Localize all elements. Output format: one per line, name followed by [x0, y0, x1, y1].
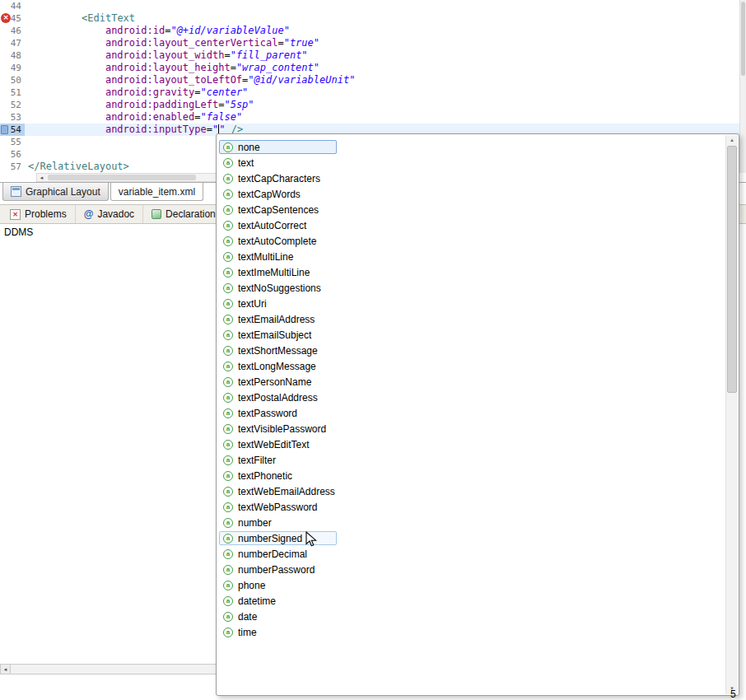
line-number-49[interactable]: 49 [0, 62, 25, 74]
view-tab-label: Declaration [166, 208, 216, 220]
completion-item-textVisiblePassword[interactable]: atextVisiblePassword [219, 421, 725, 436]
line-number-55[interactable]: 55 [0, 136, 25, 148]
line-number-label: 46 [11, 26, 21, 36]
completion-item-datetime[interactable]: adatetime [219, 593, 725, 609]
code-text: android:layout_centerVertical="true" [25, 37, 739, 49]
code-line-50[interactable]: 50 android:layout_toLeftOf="@id/variable… [0, 74, 739, 86]
line-number-47[interactable]: 47 [0, 37, 25, 49]
completion-item-numberPassword[interactable]: anumberPassword [219, 562, 725, 577]
code-token: android:layout_width [105, 49, 225, 61]
view-tab-label: Problems [25, 208, 67, 220]
line-number-44[interactable]: 44 [0, 0, 25, 12]
code-line-48[interactable]: 48 android:layout_width="fill_parent" [0, 49, 739, 62]
scroll-left-arrow-icon[interactable]: ◄ [1, 665, 11, 674]
code-token: = [277, 37, 283, 49]
completion-item-textCapWords[interactable]: atextCapWords [219, 186, 725, 202]
code-token: android:inputType [105, 124, 207, 135]
completion-item-textPersonName[interactable]: atextPersonName [219, 374, 725, 390]
attribute-icon: a [223, 455, 233, 465]
line-number-label: 57 [11, 161, 21, 172]
attribute-icon: a [223, 612, 233, 622]
scrollbar-thumb[interactable] [727, 146, 737, 393]
completion-list: anoneatextatextCapCharactersatextCapWord… [219, 139, 725, 693]
code-line-44[interactable]: 44 [0, 0, 739, 12]
completion-item-text[interactable]: atext [219, 155, 725, 170]
code-token: android:layout_height [105, 62, 231, 73]
popup-scrollbar[interactable]: ▲ ▼ [725, 135, 738, 694]
completion-item-textAutoCorrect[interactable]: atextAutoCorrect [219, 217, 725, 233]
completion-item-textCapCharacters[interactable]: atextCapCharacters [219, 170, 725, 186]
line-number-45[interactable]: ✕45 [0, 12, 25, 25]
ddms-horizontal-scrollbar[interactable]: ◄ [0, 664, 217, 674]
completion-item-textFilter[interactable]: atextFilter [219, 452, 725, 468]
completion-item-textWebEmailAddress[interactable]: atextWebEmailAddress [219, 483, 725, 499]
completion-item-textEmailAddress[interactable]: atextEmailAddress [219, 311, 725, 327]
completion-item-numberDecimal[interactable]: anumberDecimal [219, 546, 725, 562]
completion-item-textEmailSubject[interactable]: atextEmailSubject [219, 327, 725, 343]
code-line-45[interactable]: ✕45 <EditText [0, 12, 739, 25]
view-tab-problems[interactable]: ✕Problems [2, 205, 76, 223]
completion-item-number[interactable]: anumber [219, 515, 725, 530]
line-number-51[interactable]: 51 [0, 86, 25, 99]
code-text: android:id="@+id/variableValue" [25, 25, 739, 37]
editor-tab-variable-item-xml[interactable]: variable_item.xml [110, 183, 203, 201]
completion-item-time[interactable]: atime [219, 624, 725, 640]
completion-item-textWebEditText[interactable]: atextWebEditText [219, 436, 725, 452]
code-token: <EditText [82, 12, 135, 24]
completion-item-textPassword[interactable]: atextPassword [219, 405, 725, 421]
completion-item-none[interactable]: anone [219, 139, 725, 155]
completion-item-textUri[interactable]: atextUri [219, 296, 725, 311]
attribute-icon: a [223, 189, 233, 199]
view-tab-javadoc[interactable]: @Javadoc [76, 205, 143, 223]
line-number-46[interactable]: 46 [0, 25, 25, 37]
completion-label: textEmailSubject [238, 329, 311, 341]
completion-item-textShortMessage[interactable]: atextShortMessage [219, 343, 725, 358]
line-number-50[interactable]: 50 [0, 74, 25, 86]
status-bar-text: 5 [730, 688, 736, 700]
line-number-56[interactable]: 56 [0, 148, 25, 161]
scroll-left-arrow-icon[interactable]: ◄ [37, 175, 46, 180]
view-tab-declaration[interactable]: Declaration [143, 205, 225, 223]
line-number-57[interactable]: 57 [0, 161, 25, 173]
line-number-48[interactable]: 48 [0, 49, 25, 62]
attribute-icon: a [223, 596, 233, 606]
code-line-47[interactable]: 47 android:layout_centerVertical="true" [0, 37, 739, 49]
completion-item-textImeMultiLine[interactable]: atextImeMultiLine [219, 264, 725, 280]
attribute-icon: a [223, 362, 233, 371]
code-line-53[interactable]: 53 android:enabled="false" [0, 111, 739, 124]
editor-tab-graphical-layout[interactable]: Graphical Layout [2, 183, 109, 201]
code-line-51[interactable]: 51 android:gravity="center" [0, 86, 739, 99]
completion-item-phone[interactable]: aphone [219, 577, 725, 593]
completion-label: textEmailAddress [238, 314, 315, 325]
code-line-52[interactable]: 52 android:paddingLeft="5sp" [0, 99, 739, 111]
line-number-53[interactable]: 53 [0, 111, 25, 124]
code-line-49[interactable]: 49 android:layout_height="wrap_content" [0, 62, 739, 74]
completion-item-textLongMessage[interactable]: atextLongMessage [219, 358, 725, 374]
completion-item-numberSigned[interactable]: anumberSigned [219, 530, 725, 546]
completion-item-textMultiLine[interactable]: atextMultiLine [219, 249, 725, 264]
completion-item-textPostalAddress[interactable]: atextPostalAddress [219, 390, 725, 405]
attribute-icon: a [223, 581, 233, 590]
completion-item-textPhonetic[interactable]: atextPhonetic [219, 468, 725, 483]
current-line-marker [1, 125, 8, 134]
scrollbar-thumb[interactable] [741, 2, 745, 76]
attribute-icon: a [223, 408, 233, 418]
code-token: "5sp" [224, 99, 254, 110]
completion-label: textCapCharacters [238, 173, 320, 184]
completion-item-textNoSuggestions[interactable]: atextNoSuggestions [219, 280, 725, 296]
line-number-52[interactable]: 52 [0, 99, 25, 111]
completion-item-textWebPassword[interactable]: atextWebPassword [219, 499, 725, 515]
completion-label: time [238, 627, 257, 638]
completion-label: textAutoComplete [238, 236, 316, 247]
scroll-up-arrow-icon[interactable]: ▲ [726, 135, 738, 146]
scrollbar-thumb[interactable] [48, 175, 196, 180]
attribute-icon: a [223, 502, 233, 512]
completion-label: textWebEmailAddress [238, 486, 335, 497]
code-line-46[interactable]: 46 android:id="@+id/variableValue" [0, 25, 739, 37]
completion-item-textAutoComplete[interactable]: atextAutoComplete [219, 233, 725, 249]
completion-item-date[interactable]: adate [219, 609, 725, 624]
line-number-54[interactable]: 54 [0, 124, 25, 136]
editor-vertical-scrollbar[interactable] [739, 0, 746, 173]
completion-item-textCapSentences[interactable]: atextCapSentences [219, 202, 725, 217]
code-token: "center" [201, 86, 249, 98]
